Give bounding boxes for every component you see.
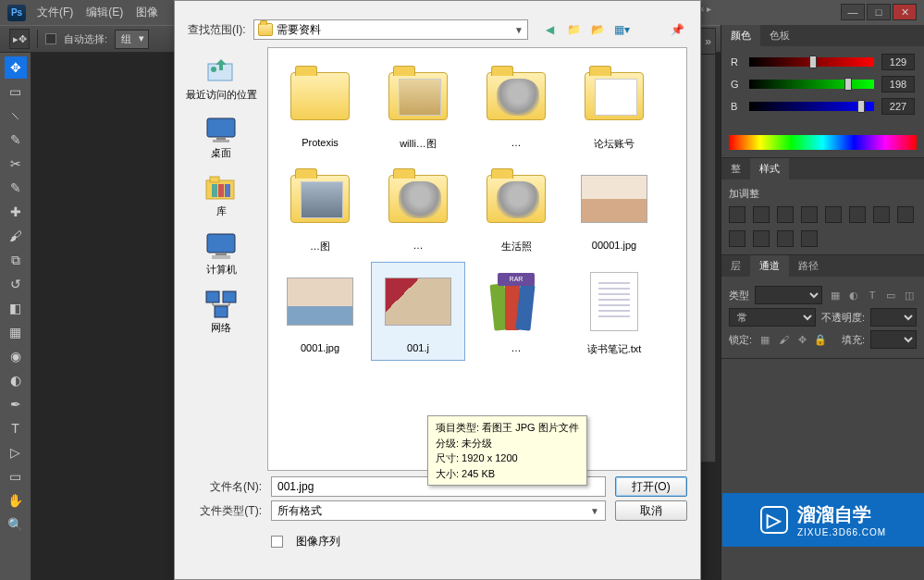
tool-eraser[interactable]: ◧ (5, 297, 27, 319)
filter-type-icon[interactable]: T (865, 288, 880, 302)
tab-paths[interactable]: 路径 (789, 255, 828, 277)
tool-healing[interactable]: ✚ (5, 201, 27, 223)
tab-swatches[interactable]: 色板 (760, 25, 799, 46)
file-item-folder[interactable]: …图 (274, 160, 366, 257)
tool-marquee[interactable]: ▭ (5, 80, 27, 103)
menu-file[interactable]: 文件(F) (37, 5, 73, 20)
filter-shape-icon[interactable]: ▭ (883, 288, 898, 302)
tool-history-brush[interactable]: ↺ (5, 273, 27, 295)
window-maximize[interactable]: □ (867, 4, 891, 20)
lock-trans-icon[interactable]: ▦ (758, 332, 772, 347)
tool-eyedropper[interactable]: ✎ (5, 177, 27, 199)
menu-image[interactable]: 图像 (136, 5, 158, 20)
place-desktop[interactable]: 桌面 (179, 111, 263, 164)
tool-brush[interactable]: 🖌 (5, 225, 27, 247)
adj-icon[interactable] (897, 206, 914, 223)
auto-select-checkbox[interactable] (45, 33, 56, 44)
file-item-folder[interactable]: … (470, 57, 562, 154)
file-list[interactable]: Protexis willi…图 … 论坛账号 …图 … (267, 47, 687, 471)
cancel-button[interactable]: 取消 (615, 500, 687, 521)
adj-icon[interactable] (801, 230, 818, 247)
r-slider[interactable] (749, 57, 874, 67)
b-value[interactable]: 227 (881, 98, 915, 115)
tool-crop[interactable]: ✂ (5, 153, 27, 175)
svg-rect-14 (223, 291, 236, 302)
tool-type[interactable]: T (5, 417, 27, 439)
menu-edit[interactable]: 编辑(E) (86, 5, 123, 20)
open-button[interactable]: 打开(O) (615, 476, 687, 497)
fill-select[interactable] (870, 330, 917, 349)
tab-adj1[interactable]: 整 (721, 158, 750, 179)
filter-pixel-icon[interactable]: ▦ (828, 288, 843, 302)
tab-color[interactable]: 颜色 (721, 25, 760, 46)
file-item-folder[interactable]: willi…图 (372, 57, 464, 154)
tool-shape[interactable]: ▭ (5, 465, 27, 487)
tool-zoom[interactable]: 🔍 (5, 513, 27, 536)
tool-path-select[interactable]: ▷ (5, 441, 27, 463)
nav-favorite-icon[interactable]: 📌 (667, 19, 687, 40)
adj-icon[interactable] (753, 230, 770, 247)
file-item-image[interactable]: 0001.jpg (274, 263, 366, 360)
nav-viewmenu-icon[interactable]: ▦▾ (611, 19, 632, 40)
tool-gradient[interactable]: ▦ (5, 321, 27, 343)
kind-select[interactable] (755, 286, 822, 304)
window-minimize[interactable]: — (841, 4, 865, 20)
nav-up-icon[interactable]: 📁 (563, 19, 584, 40)
tab-styles[interactable]: 样式 (750, 158, 789, 179)
nav-newfolder-icon[interactable]: 📂 (587, 19, 608, 40)
adj-icon[interactable] (873, 206, 890, 223)
color-spectrum[interactable] (729, 135, 917, 150)
file-item-image[interactable]: 00001.jpg (568, 160, 660, 257)
r-value[interactable]: 129 (881, 54, 915, 70)
filter-adj-icon[interactable]: ◐ (846, 288, 861, 302)
tool-blur[interactable]: ◉ (5, 345, 27, 367)
computer-icon (204, 231, 238, 261)
auto-select-dropdown[interactable]: 组 (115, 30, 149, 49)
b-slider[interactable] (749, 102, 874, 111)
opacity-select[interactable] (870, 308, 917, 327)
adj-icon[interactable] (849, 206, 866, 223)
file-item-folder[interactable]: 生活照 (470, 160, 562, 257)
image-sequence-checkbox[interactable] (271, 536, 283, 548)
tool-clone[interactable]: ⧉ (5, 249, 27, 271)
window-close[interactable]: ✕ (893, 4, 917, 20)
nav-back-icon[interactable]: ◀ (539, 19, 560, 40)
tab-channels[interactable]: 通道 (750, 255, 789, 277)
file-item-folder[interactable]: … (372, 160, 464, 257)
file-item-folder[interactable]: 论坛账号 (568, 57, 660, 154)
filetype-dropdown[interactable]: 所有格式 ▼ (271, 500, 606, 521)
adj-icon[interactable] (729, 206, 745, 223)
tab-layers[interactable]: 层 (721, 255, 750, 277)
auto-select-label: 自动选择: (64, 32, 107, 46)
tool-dodge[interactable]: ◐ (5, 369, 27, 391)
move-tool-preset[interactable]: ▸✥ (9, 29, 30, 49)
tool-quick-select[interactable]: ✎ (5, 129, 27, 151)
file-item-image-selected[interactable]: 001.j (372, 263, 464, 360)
lookin-dropdown[interactable]: 需要资料 ▼ (253, 19, 528, 40)
g-value[interactable]: 198 (881, 76, 915, 93)
tool-hand[interactable]: ✋ (5, 489, 27, 512)
place-recent[interactable]: 最近访问的位置 (179, 53, 263, 105)
adj-icon[interactable] (777, 206, 794, 223)
place-libraries[interactable]: 库 (179, 169, 263, 222)
place-computer[interactable]: 计算机 (179, 228, 263, 280)
lock-all-icon[interactable]: 🔒 (813, 332, 828, 347)
tool-move[interactable]: ✥ (5, 56, 27, 79)
adj-icon[interactable] (777, 230, 794, 247)
tool-pen[interactable]: ✒ (5, 393, 27, 415)
lock-paint-icon[interactable]: 🖌 (776, 332, 791, 347)
adj-icon[interactable] (825, 206, 842, 223)
g-slider[interactable] (749, 80, 874, 89)
tool-lasso[interactable]: ⟍ (5, 105, 27, 127)
lock-pos-icon[interactable]: ✥ (795, 332, 809, 347)
blend-mode-select[interactable]: 常 (729, 308, 816, 327)
svg-rect-6 (210, 177, 219, 182)
adj-icon[interactable] (801, 206, 818, 223)
filter-smart-icon[interactable]: ◫ (902, 288, 917, 302)
file-item-archive[interactable]: RAR … (470, 263, 562, 360)
file-item-text[interactable]: 读书笔记.txt (568, 263, 660, 360)
file-item-folder[interactable]: Protexis (274, 57, 366, 154)
adj-icon[interactable] (753, 206, 770, 223)
adj-icon[interactable] (729, 230, 745, 247)
place-network[interactable]: 网络 (179, 286, 263, 339)
